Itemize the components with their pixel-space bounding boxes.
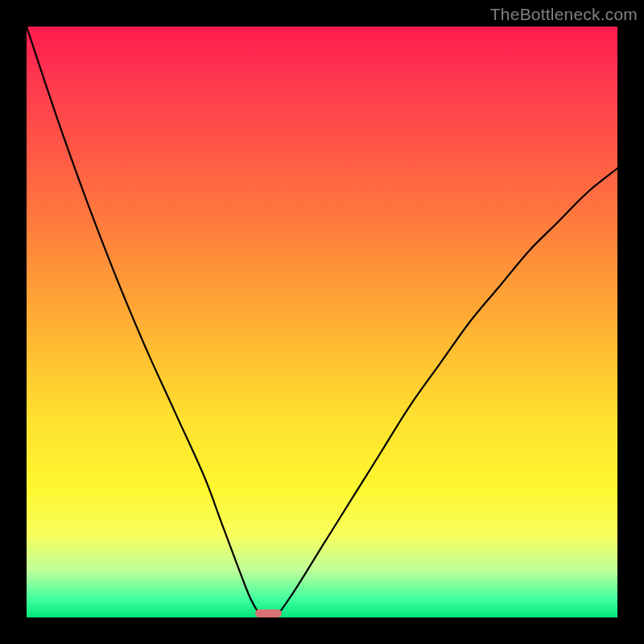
curve-svg	[27, 27, 617, 617]
plot-area	[27, 27, 617, 617]
chart-frame: TheBottleneck.com	[0, 0, 644, 644]
marker-pill	[255, 609, 282, 617]
watermark-text: TheBottleneck.com	[490, 5, 638, 24]
bottleneck-curve	[27, 27, 617, 617]
